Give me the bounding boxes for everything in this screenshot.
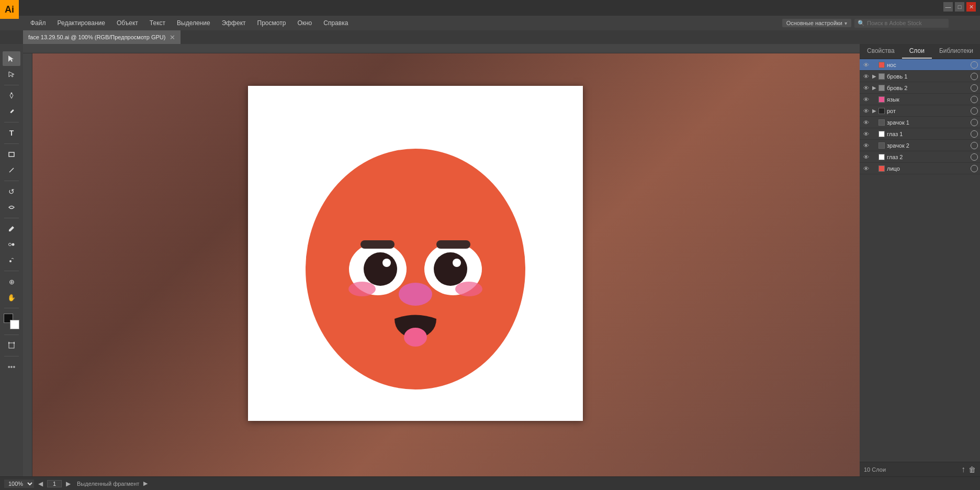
blend-tool[interactable]	[3, 237, 20, 252]
tool-separator-3	[4, 143, 19, 144]
pen-tool[interactable]	[3, 88, 20, 103]
layer-visibility-toggle[interactable]: 👁	[862, 95, 870, 104]
layer-expand-arrow[interactable]	[871, 142, 877, 149]
menu-window[interactable]: Окно	[292, 17, 317, 29]
layer-visibility-toggle[interactable]: 👁	[862, 141, 870, 150]
fill-stroke-box[interactable]	[3, 313, 20, 330]
search-box[interactable]: 🔍	[854, 19, 949, 28]
layer-row[interactable]: 👁▶рот	[860, 105, 980, 117]
svg-point-15	[434, 252, 467, 286]
maximize-button[interactable]: □	[955, 2, 964, 12]
layer-expand-arrow[interactable]	[871, 154, 877, 160]
svg-point-20	[455, 282, 482, 296]
eyedropper-tool[interactable]	[3, 221, 20, 236]
next-artboard-btn[interactable]: ▶	[66, 480, 71, 487]
layer-row[interactable]: 👁зрачок 1	[860, 117, 980, 128]
layer-visibility-toggle[interactable]: 👁	[862, 84, 870, 92]
menu-text[interactable]: Текст	[144, 17, 171, 29]
tab-layers[interactable]: Слои	[902, 44, 932, 59]
workspace-selector[interactable]: Основные настройки ▾	[782, 19, 851, 27]
layer-row[interactable]: 👁глаз 1	[860, 128, 980, 140]
layer-visibility-toggle[interactable]: 👁	[862, 153, 870, 161]
layer-visibility-toggle[interactable]: 👁	[862, 107, 870, 115]
layer-target-circle[interactable]	[971, 130, 978, 138]
document-tab-close[interactable]: ✕	[170, 34, 175, 41]
layer-target-circle[interactable]	[971, 84, 978, 92]
layer-expand-arrow[interactable]	[871, 165, 877, 172]
hand-tool[interactable]: ✋	[3, 290, 20, 305]
layer-visibility-toggle[interactable]: 👁	[862, 164, 870, 173]
symbol-sprayer-tool[interactable]	[3, 253, 20, 268]
artboard[interactable]	[248, 86, 583, 421]
layer-visibility-toggle[interactable]: 👁	[862, 130, 870, 138]
layer-target-circle[interactable]	[971, 165, 978, 172]
menu-help[interactable]: Справка	[318, 17, 353, 29]
layer-target-circle[interactable]	[971, 119, 978, 126]
layer-row[interactable]: 👁▶бровь 2	[860, 82, 980, 94]
layer-target-circle[interactable]	[971, 61, 978, 69]
layer-row[interactable]: 👁лицо	[860, 163, 980, 174]
knife-tool[interactable]	[3, 163, 20, 177]
svg-point-19	[348, 282, 376, 296]
layer-expand-arrow[interactable]: ▶	[871, 73, 877, 80]
menu-edit[interactable]: Редактирование	[52, 17, 110, 29]
zoom-select[interactable]: 100% 50% 200%	[4, 480, 34, 488]
panel-tabs: Свойства Слои Библиотеки ≡	[860, 44, 980, 59]
layer-expand-arrow[interactable]	[871, 131, 877, 137]
document-tab-label: face 13.29.50.ai @ 100% (RGB/Предпросмот…	[28, 34, 165, 40]
layer-row[interactable]: 👁глаз 2	[860, 151, 980, 163]
layer-expand-arrow[interactable]: ▶	[871, 108, 877, 114]
document-tab[interactable]: face 13.29.50.ai @ 100% (RGB/Предпросмот…	[23, 30, 181, 44]
tab-libraries[interactable]: Библиотеки	[932, 44, 980, 59]
layer-target-circle[interactable]	[971, 142, 978, 149]
artboard-number-input[interactable]	[47, 480, 62, 487]
menu-select[interactable]: Выделение	[172, 17, 216, 29]
menu-object[interactable]: Объект	[111, 17, 143, 29]
title-bar-buttons: — □ ✕	[943, 2, 976, 12]
svg-line-3	[9, 168, 14, 172]
prev-artboard-btn[interactable]: ◀	[38, 480, 43, 487]
selection-tool[interactable]	[3, 51, 20, 66]
zoom-tool[interactable]: ⊕	[3, 274, 20, 289]
layer-target-circle[interactable]	[971, 107, 978, 115]
menu-file[interactable]: Файл	[25, 17, 51, 29]
menu-view[interactable]: Просмотр	[252, 17, 291, 29]
type-tool[interactable]: T	[3, 126, 20, 140]
minimize-button[interactable]: —	[943, 2, 953, 12]
layer-target-circle[interactable]	[971, 96, 978, 103]
layer-name-label: глаз 2	[886, 154, 970, 160]
layer-name-label: зрачок 1	[886, 119, 970, 126]
menu-effect[interactable]: Эффект	[217, 17, 251, 29]
search-input[interactable]	[867, 20, 940, 26]
layer-visibility-toggle[interactable]: 👁	[862, 118, 870, 127]
layer-expand-arrow[interactable]: ▶	[871, 85, 877, 91]
layer-expand-arrow[interactable]	[871, 62, 877, 68]
layer-target-circle[interactable]	[971, 73, 978, 80]
tab-properties[interactable]: Свойства	[860, 44, 902, 59]
layer-color-swatch	[878, 131, 885, 137]
pencil-tool[interactable]	[3, 104, 20, 119]
warp-tool[interactable]	[3, 200, 20, 215]
delete-layer-button[interactable]: 🗑	[968, 465, 976, 474]
tool-separator-9	[4, 356, 19, 357]
layer-row[interactable]: 👁нос	[860, 59, 980, 71]
layer-row[interactable]: 👁▶бровь 1	[860, 71, 980, 82]
rectangle-tool[interactable]	[3, 147, 20, 162]
layer-row[interactable]: 👁зрачок 2	[860, 140, 980, 151]
direct-selection-tool[interactable]	[3, 67, 20, 82]
rotate-tool[interactable]: ↺	[3, 184, 20, 199]
layer-target-circle[interactable]	[971, 153, 978, 161]
layer-name-label: рот	[886, 108, 970, 114]
canvas-area[interactable]	[23, 44, 860, 476]
more-tools-button[interactable]: •••	[3, 360, 20, 374]
layer-visibility-toggle[interactable]: 👁	[862, 61, 870, 69]
artboard-tool[interactable]	[3, 338, 20, 353]
layer-expand-arrow[interactable]	[871, 119, 877, 126]
close-button[interactable]: ✕	[966, 2, 976, 12]
layer-visibility-toggle[interactable]: 👁	[862, 72, 870, 81]
svg-point-0	[11, 93, 13, 94]
layer-expand-arrow[interactable]	[871, 96, 877, 103]
layer-row[interactable]: 👁язык	[860, 94, 980, 105]
new-layer-button[interactable]: ↑	[961, 465, 965, 474]
doc-tab-bar: face 13.29.50.ai @ 100% (RGB/Предпросмот…	[0, 30, 980, 44]
